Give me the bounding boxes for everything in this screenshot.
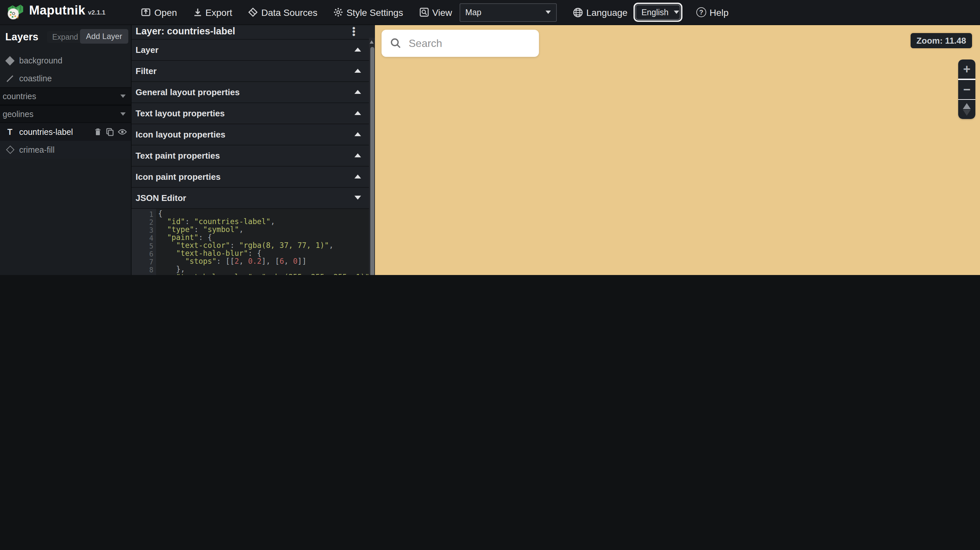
- open-label: Open: [154, 7, 177, 17]
- layer-row-crimea-fill[interactable]: crimea-fill: [0, 141, 131, 159]
- zoom-in-button[interactable]: +: [958, 59, 975, 79]
- app-name: Maputnik: [29, 3, 85, 18]
- json-editor[interactable]: 1234567891011121314151617181920212223242…: [132, 208, 370, 275]
- section-text-paint-properties[interactable]: Text paint properties: [132, 145, 375, 165]
- scroll-up-icon[interactable]: [370, 40, 374, 44]
- map-search-box[interactable]: [382, 30, 539, 57]
- line-number: 3: [132, 226, 153, 234]
- section-label: JSON Editor: [135, 193, 186, 203]
- duplicate-icon[interactable]: [106, 127, 114, 136]
- search-icon: [390, 38, 401, 49]
- code-line-9[interactable]: "text-halo-color": "rgba(255, 255, 255, …: [156, 273, 370, 275]
- open-button[interactable]: Open: [141, 7, 177, 17]
- section-filter[interactable]: Filter: [132, 60, 375, 81]
- section-layer[interactable]: Layer: [132, 39, 375, 60]
- section-label: Text paint properties: [135, 150, 220, 160]
- line-layer-icon: [6, 75, 14, 82]
- export-label: Export: [205, 7, 232, 17]
- top-bar: Maputnik v2.1.1 Open Export Data Sources…: [0, 0, 980, 25]
- code-line-7[interactable]: "stops": [[2, 0.2], [6, 0]]: [156, 258, 370, 265]
- symbol-layer-icon: T: [7, 127, 12, 137]
- editor-code[interactable]: { "id": "countries-label", "type": "symb…: [156, 208, 370, 275]
- section-text-layout-properties[interactable]: Text layout properties: [132, 102, 375, 123]
- compass-button[interactable]: [958, 100, 975, 119]
- app-version: v2.1.1: [88, 9, 105, 16]
- section-label: Layer: [135, 45, 158, 54]
- layers-title: Layers: [5, 31, 38, 43]
- expand-section-icon: [355, 48, 361, 52]
- collapse-section-icon: [355, 196, 361, 200]
- expand-section-icon: [355, 132, 361, 136]
- export-icon: [193, 7, 202, 17]
- language-label: Language: [586, 7, 628, 17]
- line-number: 9: [132, 273, 153, 275]
- layer-label: countries-label: [19, 127, 73, 137]
- search-input[interactable]: [407, 37, 547, 50]
- code-line-1[interactable]: {: [156, 210, 370, 218]
- fill-layer-icon: [5, 56, 14, 65]
- editor-line-numbers: 1234567891011121314151617181920212223242…: [132, 208, 156, 275]
- gear-icon: [333, 7, 343, 17]
- layer-list: backgroundcoastlinecountriesgeolinesTcou…: [0, 52, 131, 159]
- chevron-down-icon: [674, 11, 679, 14]
- open-icon: [141, 7, 151, 17]
- export-button[interactable]: Export: [193, 7, 232, 17]
- property-sections: LayerFilterGeneral layout propertiesText…: [132, 39, 375, 208]
- scrollbar-thumb[interactable]: [370, 47, 374, 275]
- code-line-5[interactable]: "text-color": "rgba(8, 37, 77, 1)",: [156, 242, 370, 250]
- chevron-down-icon[interactable]: [120, 95, 126, 98]
- language-select-value: English: [641, 8, 668, 17]
- line-number: 5: [132, 242, 153, 250]
- help-button[interactable]: ? Help: [696, 7, 729, 17]
- add-layer-button[interactable]: Add Layer: [80, 29, 128, 44]
- code-line-2[interactable]: "id": "countries-label",: [156, 218, 370, 226]
- layer-label: crimea-fill: [19, 145, 54, 154]
- layer-row-geolines[interactable]: geolines: [0, 105, 131, 123]
- top-menu: Open Export Data Sources Style Settings …: [141, 3, 729, 21]
- layer-label: countries: [3, 92, 36, 101]
- language-menu[interactable]: Language English: [572, 5, 681, 20]
- layer-row-coastline[interactable]: coastline: [0, 69, 131, 87]
- data-sources-button[interactable]: Data Sources: [248, 7, 317, 17]
- code-line-3[interactable]: "type": "symbol",: [156, 226, 370, 234]
- section-general-layout-properties[interactable]: General layout properties: [132, 81, 375, 102]
- visibility-icon[interactable]: [118, 128, 127, 135]
- app-logo-block: Maputnik v2.1.1: [6, 3, 105, 21]
- line-number: 7: [132, 258, 153, 265]
- style-settings-button[interactable]: Style Settings: [333, 7, 403, 17]
- layer-row-countries-label[interactable]: Tcountries-label: [0, 123, 131, 141]
- expand-section-icon: [355, 153, 361, 157]
- view-menu[interactable]: View Map: [419, 3, 557, 21]
- layer-options-kebab-icon[interactable]: •••: [350, 27, 357, 37]
- view-select[interactable]: Map: [459, 3, 557, 21]
- data-sources-label: Data Sources: [261, 7, 317, 17]
- section-json-editor[interactable]: JSON Editor: [132, 187, 375, 208]
- language-select[interactable]: English: [635, 5, 681, 20]
- help-label: Help: [710, 7, 729, 17]
- layer-inspector-panel: Layer: countries-label ••• LayerFilterGe…: [132, 25, 375, 275]
- panel-scrollbar[interactable]: [369, 38, 375, 275]
- layers-sidebar: Layers Expand Add Layer backgroundcoastl…: [0, 25, 132, 275]
- line-number: 6: [132, 250, 153, 258]
- code-line-6[interactable]: "text-halo-blur": {: [156, 250, 370, 258]
- maputnik-logo-icon: [6, 3, 24, 21]
- plus-icon: +: [963, 59, 970, 79]
- delete-icon[interactable]: [94, 127, 102, 136]
- minus-icon: −: [963, 79, 970, 99]
- layer-row-background[interactable]: background: [0, 52, 131, 69]
- help-icon: ?: [696, 7, 706, 17]
- chevron-down-icon[interactable]: [120, 112, 126, 116]
- section-icon-paint-properties[interactable]: Icon paint properties: [132, 165, 375, 187]
- layer-row-countries[interactable]: countries: [0, 87, 131, 105]
- zoom-out-button[interactable]: −: [958, 79, 975, 99]
- map-view[interactable]: Zoom: 11.48 + − MapLibre i: [375, 25, 980, 275]
- section-icon-layout-properties[interactable]: Icon layout properties: [132, 123, 375, 145]
- layer-label: coastline: [19, 74, 52, 83]
- map-canvas[interactable]: [375, 25, 980, 275]
- expand-section-icon: [355, 69, 361, 73]
- code-line-4[interactable]: "paint": {: [156, 234, 370, 242]
- section-label: Text layout properties: [135, 108, 225, 118]
- expand-section-icon: [355, 90, 361, 94]
- expand-button[interactable]: Expand: [47, 31, 83, 43]
- code-line-8[interactable]: },: [156, 265, 370, 273]
